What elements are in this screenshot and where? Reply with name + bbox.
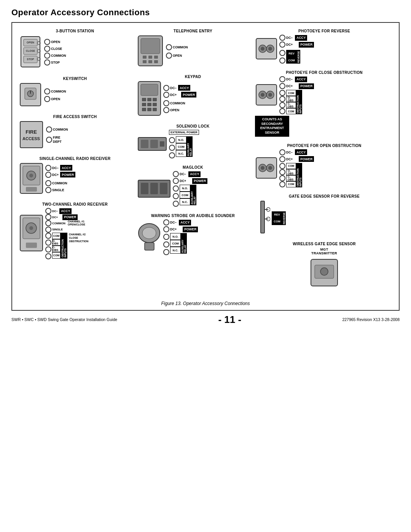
keyswitch-title: KEYSWITCH	[19, 77, 131, 81]
telephone-device	[137, 35, 164, 68]
ext-power-label: EXTERNAL POWER	[169, 130, 199, 135]
svg-rect-38	[147, 98, 151, 101]
gate-edge-reverse-title: GATE EDGE SENSOR FOR REVERSE	[255, 194, 393, 198]
two-channel-wires: DC− ACCY DC+ POWER	[45, 208, 88, 259]
sol-circle-1	[169, 137, 175, 143]
svg-rect-31	[154, 56, 158, 59]
section-photoeye-reverse: PHOTOEYE FOR REVERSE	[255, 29, 393, 64]
ml-com: COM	[180, 192, 190, 198]
section-button-station: 3-BUTTON STATION OPEN CLOSE STOP	[19, 29, 131, 70]
kp-dc-plus: DC+	[170, 93, 177, 97]
ml-dc-plus: DC+	[180, 179, 186, 183]
tel-common-terminal: COMMON	[166, 44, 188, 50]
po-dc-minus-row: DC− ACCY	[279, 149, 314, 155]
tc-common-circle	[45, 220, 51, 226]
po-accy: ACCY	[295, 149, 307, 155]
svg-text:STOP: STOP	[27, 58, 34, 61]
svg-text:OPEN: OPEN	[27, 41, 34, 44]
pc-com2: COM	[286, 108, 296, 114]
pc-dc-plus: DC+	[286, 84, 293, 88]
fa-fire-dept-terminal: FIREDEPT	[46, 136, 68, 143]
btn-open-terminal: OPEN	[44, 39, 66, 45]
ks-open-circle	[44, 96, 50, 102]
footer-right: 227965 Revision X13 3-28-2008	[342, 317, 400, 322]
svg-point-66	[268, 93, 272, 97]
svg-rect-51	[141, 183, 148, 194]
kp-accy: ACCY	[178, 85, 190, 91]
kp-dc-plus-circle	[163, 92, 169, 98]
section-fire-access: FIRE ACCESS SWITCH FIRE ACCESS COMMON	[19, 115, 131, 150]
ws-relay-circle-3	[163, 249, 169, 255]
pr-rev-label: REV	[286, 50, 297, 57]
section-maglock: MAGLOCK DC−	[137, 165, 249, 207]
pr-accy: ACCY	[295, 35, 307, 41]
ks-open-label: OPEN	[51, 97, 60, 101]
pr-reverse-label: REVERSE	[297, 50, 300, 64]
pc-obs-c2	[279, 96, 285, 102]
tc-single: SINGLE	[52, 228, 63, 231]
po-dc-plus-row: DC+ POWER	[279, 156, 314, 162]
pr-dc-plus: DC+	[286, 43, 293, 46]
po-com1: COM	[286, 163, 296, 169]
ml-dc-minus-circle	[173, 171, 179, 177]
svg-rect-44	[147, 108, 151, 111]
fa-common-circle	[46, 126, 52, 133]
fa-fire-dept-circle	[46, 137, 52, 143]
kp-common: COMMON	[170, 101, 185, 105]
tc-dc-plus: DC+	[52, 216, 58, 219]
tc-dc-minus-row: DC− ACCY	[45, 208, 88, 214]
po-obs-c3	[279, 175, 285, 181]
pc-accy: ACCY	[295, 77, 307, 82]
col-middle: TELEPHONE ENTRY	[134, 27, 252, 298]
sol-circle-3	[169, 152, 175, 158]
col-left: 3-BUTTON STATION OPEN CLOSE STOP	[16, 27, 134, 298]
ml-accy: ACCY	[188, 171, 201, 177]
ml-relay-circle-1	[173, 185, 179, 192]
sr-accy-label: ACCY	[60, 165, 72, 171]
ml-nc: N.C.	[180, 198, 190, 205]
po-cobs: C-OBS	[286, 175, 296, 181]
fire-access-wires: COMMON FIREDEPT	[46, 126, 68, 143]
ws-no: N.O.	[170, 233, 181, 240]
po-power: POWER	[299, 156, 314, 162]
pc-obs-group: COM O-OBS C-OBS COM OBSTRUCTION INPUTS	[279, 90, 314, 114]
tel-open-circle	[166, 53, 172, 59]
ws-dc-plus: DC+	[170, 227, 177, 231]
po-dc-plus: DC+	[286, 157, 293, 161]
section-two-channel: TWO-CHANNEL RADIO RECEIVER	[19, 202, 131, 259]
single-radio-wires: DC− ACCY DC+ POWER	[45, 165, 75, 193]
open-label: OPEN	[51, 40, 60, 44]
ws-relay-block: N.O. COM N.C. AUXILIARY RELAY	[170, 233, 187, 254]
svg-rect-36	[141, 84, 158, 96]
ws-aux-label: AUXILIARY RELAY	[181, 233, 187, 254]
button-station-device: OPEN CLOSE STOP	[19, 35, 42, 70]
ws-dc-minus: DC−	[170, 220, 177, 224]
ger-com-label: COM	[272, 218, 282, 225]
tc-obs-block: COM D-OBS C-OBS COM OBSTRUCTION INPUTS C…	[45, 233, 88, 259]
svg-rect-39	[153, 98, 157, 101]
telephone-title: TELEPHONE ENTRY	[137, 29, 249, 33]
solenoid-aux-relay: N.O. COM N.C. AUXILIARY RELAY	[169, 136, 199, 158]
ws-accy: ACCY	[179, 220, 191, 225]
btn-stop-terminal: STOP	[44, 59, 66, 66]
svg-rect-52	[150, 183, 158, 194]
section-telephone: TELEPHONE ENTRY	[137, 29, 249, 68]
ml-dc-minus-row: DC− ACCY	[173, 171, 207, 177]
photoeye-open-wires: DC− ACCY DC+ POWER	[279, 149, 314, 187]
tel-common-label: COMMON	[173, 45, 188, 49]
pr-power: POWER	[299, 42, 314, 48]
tc-dc-minus: DC−	[52, 209, 58, 213]
page-number: - 11 -	[218, 314, 241, 326]
pr-dc-minus: DC−	[286, 36, 293, 40]
keypad-device	[137, 80, 162, 117]
tc-obs-circle-1	[45, 233, 51, 239]
tc-accy: ACCY	[59, 208, 72, 214]
sr-single-label: SINGLE	[52, 188, 64, 192]
kp-dc-plus-row: DC+ POWER	[163, 92, 196, 98]
svg-rect-40	[142, 103, 146, 106]
wireless-mgt-label: MGTTRANSMITTER	[311, 248, 337, 255]
kp-open: OPEN	[170, 108, 179, 112]
pc-power: POWER	[299, 83, 314, 89]
pr-dc-minus-row: DC− ACCY	[279, 35, 314, 41]
tc-dobs-label: D-OBS	[52, 239, 61, 246]
